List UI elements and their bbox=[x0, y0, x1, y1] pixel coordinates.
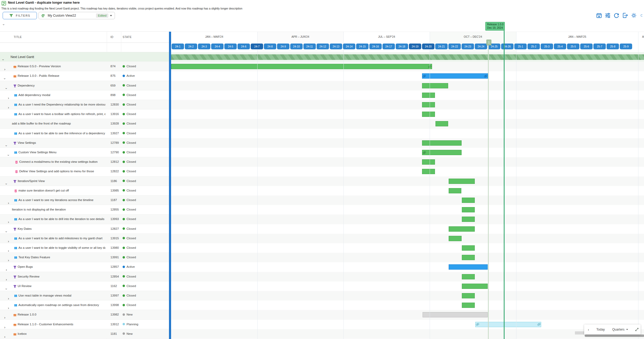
table-row[interactable]: ›Security Review12854Closed bbox=[0, 272, 169, 281]
table-row[interactable]: ›Key Dates12827Closed bbox=[0, 224, 169, 234]
iteration-pill[interactable]: 24-19 bbox=[409, 44, 421, 49]
iteration-pill[interactable]: 24-3 bbox=[198, 44, 210, 49]
iteration-pill[interactable]: 24-12 bbox=[317, 44, 329, 49]
zoom-level-select[interactable]: Quarters bbox=[608, 328, 632, 331]
gantt-bar[interactable] bbox=[422, 93, 435, 98]
iteration-pill[interactable]: 24-22 bbox=[448, 44, 461, 49]
gantt-bar[interactable] bbox=[422, 140, 462, 146]
table-row[interactable]: ›Open Bugs12857Active bbox=[0, 262, 169, 272]
iteration-pill[interactable]: 24-26 bbox=[501, 44, 514, 49]
calendar-icon[interactable] bbox=[596, 13, 602, 18]
iteration-pill[interactable]: 25-4 bbox=[554, 44, 566, 49]
table-row[interactable]: As a user I want to be able to see the i… bbox=[0, 129, 169, 138]
table-row[interactable]: ›Release 0.5.0 - Preview Version874Close… bbox=[0, 62, 169, 71]
pane-splitter[interactable] bbox=[169, 32, 171, 339]
iteration-pill[interactable]: 24-6 bbox=[238, 44, 250, 49]
gantt-bar[interactable] bbox=[449, 188, 461, 193]
iteration-pill[interactable]: 25-7 bbox=[593, 44, 606, 49]
gantt-bar[interactable] bbox=[422, 83, 448, 88]
table-row-project[interactable]: ›Next Level Gantt bbox=[0, 52, 169, 62]
iteration-pill[interactable]: 24-8 bbox=[264, 44, 276, 49]
gantt-bar[interactable] bbox=[435, 121, 448, 126]
iteration-pill[interactable]: 25-9 bbox=[620, 44, 632, 49]
iteration-pill[interactable]: 24-15 bbox=[356, 44, 369, 49]
key-date-badge[interactable]: 1 bbox=[486, 40, 491, 45]
table-row[interactable]: ›View Settings12789Closed bbox=[0, 138, 169, 148]
iteration-pill[interactable]: 24-17 bbox=[382, 44, 395, 49]
gantt-bar[interactable] bbox=[422, 112, 435, 117]
today-button[interactable]: Today bbox=[593, 328, 608, 331]
iteration-pill[interactable]: 25-1 bbox=[514, 44, 527, 49]
table-row[interactable]: ›As a user I want to see my iterations a… bbox=[0, 195, 169, 205]
iteration-pill[interactable]: 24-16 bbox=[369, 44, 382, 49]
table-row[interactable]: Define View Settings and add options to … bbox=[0, 167, 169, 176]
iteration-pill[interactable]: 24-11 bbox=[303, 44, 316, 49]
gantt-bar[interactable] bbox=[462, 198, 475, 203]
table-row[interactable]: ›Icebox1181New bbox=[0, 329, 169, 339]
gantt-bar[interactable] bbox=[171, 64, 432, 69]
table-row[interactable]: ›As a user I need the Dependency relatio… bbox=[0, 100, 169, 109]
iteration-pill[interactable]: 24-1 bbox=[172, 44, 184, 49]
project-summary-bar[interactable] bbox=[171, 54, 644, 60]
column-header-title[interactable]: TITLE bbox=[14, 35, 22, 39]
hscrollbar-thumb[interactable] bbox=[585, 335, 644, 337]
partial-icon[interactable] bbox=[640, 13, 642, 18]
gantt-bar[interactable] bbox=[462, 207, 475, 212]
iteration-pill[interactable]: 25-8 bbox=[607, 44, 619, 49]
iteration-pill[interactable]: 24-4 bbox=[211, 44, 224, 49]
refresh-icon[interactable] bbox=[614, 13, 619, 18]
table-row[interactable]: As a user I want to have a toolbar with … bbox=[0, 109, 169, 119]
collapse-all-chevron-icon[interactable]: › bbox=[2, 24, 6, 25]
gantt-bar[interactable] bbox=[462, 255, 475, 260]
gantt-bar[interactable] bbox=[462, 303, 475, 308]
filters-button[interactable]: FILTERS bbox=[3, 12, 37, 19]
iteration-pill[interactable]: 24-2 bbox=[185, 44, 197, 49]
iteration-pill[interactable]: 24-7 bbox=[251, 44, 263, 49]
table-row[interactable]: ›As a user I want to be able to drill in… bbox=[0, 214, 169, 224]
sliders-icon[interactable] bbox=[605, 13, 611, 18]
table-row[interactable]: ›As a user I want to be able to add mile… bbox=[0, 234, 169, 243]
iteration-pill[interactable]: 24-14 bbox=[343, 44, 355, 49]
table-row[interactable]: Iteration is not displaying all the iter… bbox=[0, 205, 169, 214]
table-row[interactable]: ›Iteration/Sprint View1186Closed bbox=[0, 176, 169, 186]
table-row[interactable]: ›UI Review1162Closed bbox=[0, 281, 169, 291]
chevron-down-icon[interactable] bbox=[110, 15, 112, 16]
iteration-pill[interactable]: 24-21 bbox=[435, 44, 448, 49]
iteration-pill[interactable]: 24-20 bbox=[422, 44, 434, 49]
export-icon[interactable] bbox=[622, 13, 628, 18]
gantt-bar[interactable] bbox=[475, 322, 541, 327]
scroll-next-button[interactable]: › bbox=[584, 328, 593, 331]
gantt-bar[interactable] bbox=[449, 264, 488, 270]
table-row[interactable]: ›As a user I want to be able to toggle v… bbox=[0, 243, 169, 253]
gantt-bar[interactable] bbox=[449, 179, 475, 184]
gantt-bar[interactable] bbox=[422, 169, 435, 174]
iteration-pill[interactable]: 25-2 bbox=[527, 44, 540, 49]
iteration-pill[interactable]: 25-5 bbox=[567, 44, 579, 49]
gantt-bar[interactable] bbox=[422, 150, 462, 155]
table-row[interactable]: ›Use react table in manage views modal13… bbox=[0, 291, 169, 300]
iteration-pill[interactable]: 24-10 bbox=[290, 44, 303, 49]
iteration-pill[interactable]: 25-3 bbox=[541, 44, 553, 49]
table-row[interactable]: ›Custom View Settings Menu12790Closed bbox=[0, 148, 169, 157]
table-row[interactable]: make sure iteration doesn't get cut off1… bbox=[0, 186, 169, 195]
gantt-bar[interactable] bbox=[462, 245, 475, 251]
iteration-pill[interactable]: 24-9 bbox=[277, 44, 289, 49]
expand-button[interactable] bbox=[632, 328, 642, 331]
gantt-bar[interactable] bbox=[449, 236, 462, 241]
table-row[interactable]: ›Test Key Dates Feature13991Closed bbox=[0, 253, 169, 262]
table-row[interactable]: Connect a modal/menu to the existing vie… bbox=[0, 157, 169, 167]
table-row[interactable]: ›Add dependency modal898Closed bbox=[0, 90, 169, 100]
view-selector[interactable]: My Custom View22 Edited bbox=[38, 12, 115, 19]
gantt-bar[interactable] bbox=[423, 312, 488, 317]
iteration-pill[interactable]: 24-23 bbox=[462, 44, 474, 49]
iteration-pill[interactable]: 25-6 bbox=[580, 44, 593, 49]
table-row[interactable]: ›Release 1.1.0 - Customer Enhancements13… bbox=[0, 320, 169, 329]
table-row[interactable]: ›Dependency659Closed bbox=[0, 81, 169, 90]
gantt-bar[interactable] bbox=[422, 159, 435, 165]
gantt-bar[interactable] bbox=[422, 73, 488, 79]
gantt-bar[interactable] bbox=[462, 293, 475, 298]
gantt-bar[interactable] bbox=[422, 102, 435, 107]
table-row[interactable]: add a little buffer to the front of the … bbox=[0, 119, 169, 128]
column-header-id[interactable]: ID bbox=[110, 35, 113, 39]
iteration-pill[interactable]: 24-5 bbox=[224, 44, 237, 49]
